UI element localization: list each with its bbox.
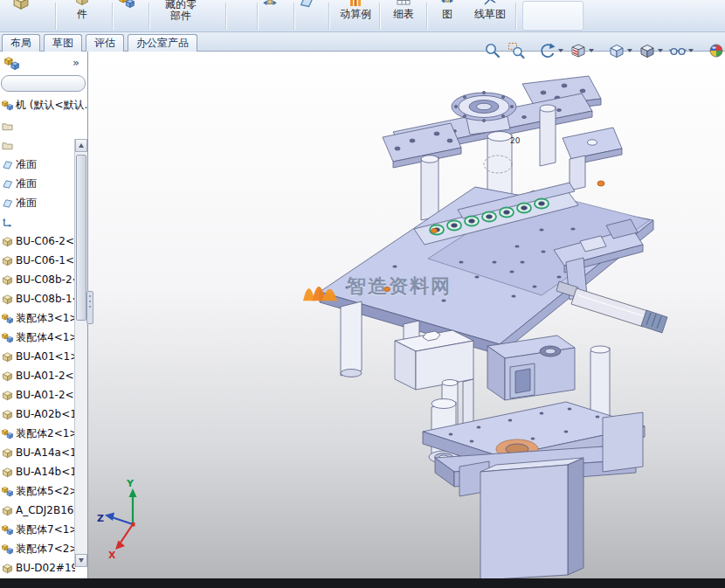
assembly-icon [2, 313, 13, 324]
tree-item[interactable]: BU-A01<1> [0, 347, 75, 366]
motion-study-button[interactable]: 动算例 [334, 0, 377, 32]
collapse-chevron[interactable]: » [72, 56, 79, 69]
tree-item-label: BU-A01-2<1 [16, 370, 75, 382]
tree-root-item[interactable]: 机 (默认<默认... [0, 95, 75, 114]
tree-item[interactable]: BU-C08b-1< [0, 289, 75, 308]
tree-item[interactable]: A_CDJ2B16- [0, 501, 75, 520]
ribbon-button-label: 件 [77, 9, 87, 20]
bottom-strip [0, 578, 725, 588]
ribbon-button-label: 细表 [393, 9, 414, 20]
assembly-icon [2, 332, 13, 343]
tree-item[interactable]: BU-A14a<1 [0, 443, 75, 462]
scroll-down-button[interactable] [75, 554, 87, 567]
ribbon-icon-stub[interactable] [119, 0, 135, 9]
explode-line-sketch-icon [483, 0, 497, 6]
tree-scrollbar[interactable] [74, 139, 87, 567]
tree-item[interactable]: 装配体2<1> [0, 424, 75, 443]
tree-item-label: 机 (默认<默认... [16, 98, 88, 113]
tree-item[interactable]: BU-A01-2<2 [0, 385, 75, 405]
ribbon-button-label: 线草图 [474, 9, 506, 20]
tab-office-products[interactable]: 办公室产品 [128, 34, 197, 52]
ribbon-separator [328, 3, 329, 30]
tree-item[interactable]: BU-A14b<1 [0, 462, 75, 481]
dropdown-arrow-icon[interactable] [688, 49, 694, 52]
ribbon-separator [225, 3, 226, 30]
display-style-button[interactable] [637, 40, 665, 61]
explode-line-sketch-button[interactable]: 线草图 [466, 0, 514, 32]
tree-item-label: BU-C08b-2< [16, 273, 75, 286]
tree-item[interactable]: 准面 [0, 193, 75, 212]
tab-sketch[interactable]: 草图 [44, 34, 82, 52]
part-icon [2, 294, 13, 305]
show-hidden-components-button[interactable]: 藏的零部件 [155, 0, 206, 32]
dropdown-arrow-icon[interactable] [589, 49, 594, 52]
part-icon [2, 351, 13, 363]
tree-item[interactable]: 装配体7<2> [0, 539, 75, 558]
tree-item[interactable]: BU-A02b<1 [0, 405, 75, 424]
tab-evaluate[interactable]: 评估 [86, 34, 124, 52]
scroll-thumb[interactable] [76, 155, 86, 321]
dropdown-arrow-icon[interactable] [627, 49, 632, 52]
scroll-up-button[interactable] [75, 139, 87, 152]
tree-item[interactable]: BU-D02#19 [0, 558, 75, 578]
part-icon [2, 409, 13, 420]
tree-item-label: BU-A02b<1 [16, 408, 75, 420]
ribbon-active-button[interactable] [522, 1, 583, 31]
tree-item[interactable]: 装配体5<2> [0, 481, 75, 501]
tree-item[interactable] [0, 116, 75, 135]
dropdown-arrow-icon[interactable] [558, 49, 563, 52]
panel-splitter-handle[interactable] [86, 291, 93, 324]
zoom-fit-icon [484, 42, 501, 59]
exploded-view-button[interactable]: 图 [430, 0, 465, 32]
tree-item[interactable]: BU-C06-1<1 [0, 251, 75, 270]
graphics-viewport[interactable]: 20 Y Z X [88, 52, 725, 578]
tree-item[interactable]: 装配体3<1> [0, 308, 75, 328]
orientation-triad: Y Z X [97, 478, 137, 561]
view-orientation-button[interactable] [606, 40, 634, 61]
previous-view-button[interactable] [537, 40, 565, 61]
ribbon-separator [515, 3, 516, 30]
zoom-area-button[interactable] [506, 40, 527, 61]
hide-show-items-button[interactable] [667, 40, 695, 61]
ribbon-separator [257, 3, 258, 30]
section-view-button[interactable] [568, 40, 596, 61]
zoom-fit-button[interactable] [482, 40, 503, 61]
assembly-icon [2, 428, 13, 439]
tree-item[interactable]: BU-C06-2<1 [0, 232, 75, 251]
ribbon-icon-stub[interactable] [12, 0, 30, 10]
ribbon-separator [293, 3, 294, 30]
ribbon-separator [148, 3, 149, 30]
plane-icon [2, 197, 13, 209]
tree-item[interactable] [0, 212, 75, 232]
bom-table-icon [397, 0, 411, 6]
tree-item[interactable]: 装配体4<1> [0, 328, 75, 347]
ribbon-icon-stub[interactable] [262, 0, 278, 9]
tree-item[interactable] [0, 135, 75, 155]
tree-item[interactable]: BU-C08b-2< [0, 270, 75, 289]
tree-item[interactable]: 准面 [0, 155, 75, 174]
tree-item[interactable]: 装配体7<1> [0, 520, 75, 539]
insert-component-button[interactable]: 件 [59, 0, 105, 32]
tab-layout[interactable]: 布局 [2, 34, 40, 52]
appearance-button[interactable] [706, 40, 725, 61]
dropdown-arrow-icon[interactable] [658, 49, 663, 52]
tree-item-label: 准面 [16, 196, 37, 211]
tree-item-label: BU-A14b<1 [16, 466, 75, 478]
tree-item-label: 装配体7<1> [16, 522, 75, 537]
tree-item[interactable]: BU-A01-2<1 [0, 366, 75, 385]
hide-show-items-icon [669, 42, 687, 59]
feature-tree-top-bar[interactable] [1, 75, 86, 92]
bom-table-button[interactable]: 细表 [383, 0, 425, 32]
motion-study-icon [349, 0, 362, 6]
tree-item-label: 装配体2<1> [16, 426, 75, 441]
ribbon-icon-stub[interactable] [299, 0, 314, 9]
tree-item-label: BU-C06-1<1 [16, 254, 75, 266]
tree-item[interactable]: 准面 [0, 174, 75, 193]
tree-item-label: BU-C06-2<1 [16, 235, 75, 247]
plane-icon [2, 159, 13, 170]
ribbon-button-label: 动算例 [340, 9, 371, 20]
orange-peaks-logo-icon [300, 269, 341, 304]
watermark: 智造资料网 [300, 269, 452, 304]
tree-item-label: 装配体3<1> [16, 311, 75, 326]
cad-model: 20 Y Z X [88, 52, 725, 578]
